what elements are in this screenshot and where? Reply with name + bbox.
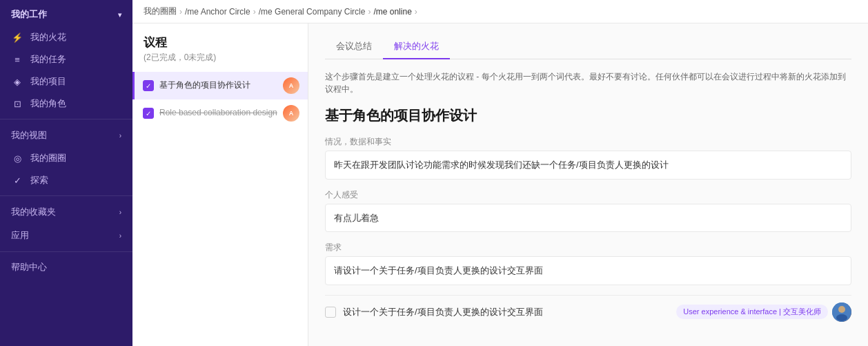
my-views-section[interactable]: 我的视图 › (0, 124, 132, 147)
breadcrumb-sep-3: › (368, 7, 371, 17)
tension-text: 设计一个关于任务/项目负责人更换的设计交互界面 (343, 306, 669, 318)
breadcrumb: 我的圈圈 › /me Anchor Circle › /me General C… (132, 0, 868, 23)
roles-icon: ⊡ (11, 97, 23, 110)
apps-section[interactable]: 应用 › (0, 224, 132, 247)
tension-item: 设计一个关于任务/项目负责人更换的设计交互界面 User experience … (325, 295, 851, 329)
roles-label: 我的角色 (30, 97, 66, 110)
explore-icon: ✓ (11, 174, 23, 186)
my-work-chevron[interactable]: ▾ (118, 11, 121, 19)
tabs: 会议总结 解决的火花 (325, 35, 851, 59)
agenda-item-1[interactable]: ✓ 基于角色的项目协作设计 A (132, 72, 308, 99)
apps-chevron: › (119, 232, 121, 240)
breadcrumb-item-1[interactable]: 我的圈圈 (144, 6, 177, 17)
apps-label: 应用 (11, 229, 29, 242)
tab-resolved-sparks[interactable]: 解决的火花 (383, 35, 450, 59)
sidebar-item-roles[interactable]: ⊡ 我的角色 (0, 93, 132, 115)
sidebar-item-tasks[interactable]: ≡ 我的任务 (0, 48, 132, 70)
tasks-icon: ≡ (11, 53, 23, 66)
tension-avatar (832, 302, 851, 322)
agenda-item-text-1: 基于角色的项目协作设计 (159, 80, 277, 91)
feeling-content: 有点儿着急 (325, 204, 851, 233)
sidebar-item-explore[interactable]: ✓ 探索 (0, 169, 132, 191)
circles-label: 我的圈圈 (30, 152, 66, 164)
breadcrumb-sep-4: › (415, 7, 417, 17)
sidebar-item-sparks[interactable]: ⚡ 我的火花 (0, 26, 132, 48)
help-label: 帮助中心 (11, 261, 47, 273)
agenda-avatar-2: A (283, 105, 299, 122)
my-work-label: 我的工作 (11, 8, 47, 21)
need-label: 需求 (325, 242, 851, 253)
detail-description: 这个步骤首先是建立一个处理火花的议程 - 每个火花用一到两个词代表。最好不要有讨… (325, 70, 851, 95)
detail-panel: 会议总结 解决的火花 这个步骤首先是建立一个处理火花的议程 - 每个火花用一到两… (308, 23, 868, 346)
agenda-item-text-2: Role based collaboration design (159, 108, 277, 119)
tasks-label: 我的任务 (30, 53, 66, 66)
feeling-label: 个人感受 (325, 189, 851, 201)
content-heading: 基于角色的项目协作设计 (325, 106, 851, 125)
agenda-checkbox-2[interactable]: ✓ (143, 108, 154, 119)
breadcrumb-sep-2: › (253, 7, 256, 17)
my-bookmarks-section[interactable]: 我的收藏夹 › (0, 200, 132, 224)
situation-content: 昨天在跟开发团队讨论功能需求的时候发现我们还缺一个任务/项目负责人更换的设计 (325, 151, 851, 180)
projects-icon: ◈ (11, 75, 23, 88)
breadcrumb-sep-1: › (179, 7, 182, 17)
my-views-chevron: › (119, 132, 121, 140)
need-content: 请设计一个关于任务/项目负责人更换的设计交互界面 (325, 256, 851, 285)
bookmarks-chevron: › (119, 209, 121, 216)
agenda-subtitle: (2已完成，0未完成) (132, 52, 308, 72)
tab-meeting-summary[interactable]: 会议总结 (325, 35, 383, 59)
svg-point-1 (838, 306, 845, 313)
my-work-section: 我的工作 ▾ (0, 0, 132, 26)
situation-label: 情况，数据和事实 (325, 136, 851, 148)
breadcrumb-item-3[interactable]: /me General Company Circle (259, 7, 366, 17)
sidebar-item-circles[interactable]: ◎ 我的圈圈 (0, 147, 132, 169)
tension-tag: User experience & interface | 交互美化师 (676, 305, 828, 319)
sidebar-item-projects[interactable]: ◈ 我的项目 (0, 70, 132, 93)
breadcrumb-item-2[interactable]: /me Anchor Circle (185, 7, 250, 17)
sidebar: 我的工作 ▾ ⚡ 我的火花 ≡ 我的任务 ◈ 我的项目 ⊡ 我的角色 我的视图 … (0, 0, 132, 346)
my-bookmarks-label: 我的收藏夹 (11, 206, 56, 218)
tension-checkbox[interactable] (325, 307, 336, 318)
tension-tags: User experience & interface | 交互美化师 (676, 302, 851, 322)
sparks-icon: ⚡ (11, 31, 23, 44)
main-content: 我的圈圈 › /me Anchor Circle › /me General C… (132, 0, 868, 346)
agenda-panel: 议程 (2已完成，0未完成) ✓ 基于角色的项目协作设计 A ✓ Role ba… (132, 23, 308, 346)
agenda-item-2[interactable]: ✓ Role based collaboration design A (132, 99, 308, 127)
agenda-checkbox-1[interactable]: ✓ (143, 80, 154, 91)
my-views-label: 我的视图 (11, 129, 47, 142)
circles-icon: ◎ (11, 152, 23, 164)
sidebar-item-help[interactable]: 帮助中心 (0, 256, 132, 278)
projects-label: 我的项目 (30, 75, 66, 88)
svg-point-2 (836, 314, 847, 321)
explore-label: 探索 (30, 174, 48, 186)
agenda-title: 议程 (132, 35, 308, 52)
sparks-label: 我的火花 (30, 31, 66, 44)
agenda-avatar-1: A (283, 77, 299, 94)
body-area: 议程 (2已完成，0未完成) ✓ 基于角色的项目协作设计 A ✓ Role ba… (132, 23, 868, 346)
breadcrumb-item-4: /me online (373, 7, 411, 17)
